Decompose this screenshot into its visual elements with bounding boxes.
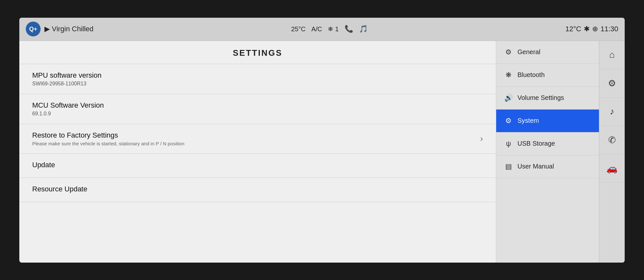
status-bar: Q+ ▶ Virgin Chilled 25°C A/C ❄ 1 📞 🎵 12°…: [19, 18, 625, 41]
settings-item-title: MCU Software Version: [32, 101, 104, 110]
settings-item: Resource Update: [19, 178, 496, 202]
nav-item-system[interactable]: ⚙System: [496, 110, 599, 132]
system-icon: ⚙: [504, 117, 513, 125]
phone-icon: ✆: [608, 135, 616, 145]
settings-panel: SETTINGS MPU software versionSWI69-29958…: [19, 41, 496, 263]
now-playing[interactable]: ▶ Virgin Chilled: [44, 25, 93, 33]
right-nav: ⚙General❋Bluetooth🔊Volume Settings⚙Syste…: [496, 41, 599, 263]
settings-list: MPU software versionSWI69-29958-1100R13M…: [19, 64, 496, 263]
temperature-label: 25°C: [291, 25, 306, 33]
music-icon: ♪: [610, 106, 614, 117]
nav-label-bluetooth: Bluetooth: [517, 71, 545, 79]
outside-temp: 12°C: [565, 25, 581, 33]
music-toolbar-button[interactable]: ♪: [599, 98, 625, 126]
settings-item-subtitle: SWI69-29958-1100R13: [32, 81, 101, 87]
bluetooth-icon: ❋: [504, 71, 513, 79]
main-content: SETTINGS MPU software versionSWI69-29958…: [19, 41, 625, 263]
status-left: Q+ ▶ Virgin Chilled: [26, 22, 93, 36]
settings-item: Update: [19, 154, 496, 178]
main-screen: Q+ ▶ Virgin Chilled 25°C A/C ❄ 1 📞 🎵 12°…: [19, 18, 625, 263]
chevron-icon: ›: [480, 134, 483, 144]
nav-item-usb[interactable]: ψUSB Storage: [496, 132, 599, 155]
settings-item-title: Restore to Factory Settings: [32, 131, 184, 140]
radio-icon[interactable]: Q+: [26, 22, 41, 36]
media-icon: 🎵: [359, 25, 368, 33]
car-icon: 🚗: [606, 163, 618, 174]
home-icon: ⌂: [609, 50, 615, 60]
settings-item-title: MPU software version: [32, 71, 101, 80]
settings-toolbar-button[interactable]: ⚙: [599, 69, 625, 98]
bluetooth-icon: ✱: [584, 25, 590, 33]
settings-icon: ⚙: [608, 78, 616, 89]
nav-label-general: General: [517, 48, 540, 56]
settings-item: MPU software versionSWI69-29958-1100R13: [19, 64, 496, 94]
nav-item-manual[interactable]: ▤User Manual: [496, 155, 599, 178]
nav-label-volume: Volume Settings: [517, 94, 564, 101]
clock: 11:30: [601, 25, 618, 33]
nav-label-manual: User Manual: [517, 163, 554, 170]
status-right: 12°C ✱ ⊕ 11:30: [565, 25, 618, 33]
nav-label-usb: USB Storage: [517, 140, 555, 147]
radio-icon-label: Q+: [29, 26, 37, 33]
nav-item-general[interactable]: ⚙General: [496, 41, 599, 64]
phone-toolbar-button[interactable]: ✆: [599, 126, 625, 154]
general-icon: ⚙: [504, 48, 513, 56]
signal-icon: ⊕: [592, 25, 598, 33]
settings-item: MCU Software Version69.1.0.9: [19, 94, 496, 124]
side-toolbar: ⌂⚙♪✆🚗: [599, 41, 625, 263]
nav-item-bluetooth[interactable]: ❋Bluetooth: [496, 64, 599, 87]
phone-icon: 📞: [345, 25, 353, 33]
nav-item-volume[interactable]: 🔊Volume Settings: [496, 87, 599, 110]
car-toolbar-button[interactable]: 🚗: [599, 154, 625, 183]
ac-label: A/C: [311, 25, 322, 33]
settings-item-subtitle: 69.1.0.9: [32, 111, 104, 117]
settings-title: SETTINGS: [19, 41, 496, 64]
fan-label: ❄ 1: [328, 25, 339, 33]
volume-icon: 🔊: [504, 94, 513, 102]
usb-icon: ψ: [504, 140, 513, 148]
settings-item-title: Update: [32, 161, 55, 169]
status-center: 25°C A/C ❄ 1 📞 🎵: [291, 25, 368, 33]
manual-icon: ▤: [504, 162, 513, 171]
settings-item-title: Resource Update: [32, 185, 87, 193]
settings-item-desc: Please make sure the vehicle is started,…: [32, 141, 184, 146]
nav-label-system: System: [517, 117, 539, 124]
home-toolbar-button[interactable]: ⌂: [599, 41, 625, 69]
settings-item[interactable]: Restore to Factory SettingsPlease make s…: [19, 124, 496, 154]
